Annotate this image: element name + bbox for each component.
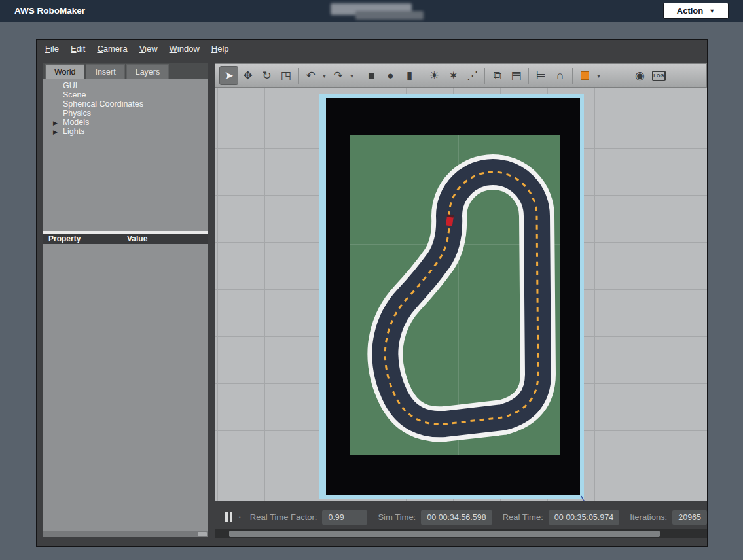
menu-view[interactable]: View bbox=[134, 41, 164, 56]
tree-item-physics[interactable]: Physics bbox=[43, 109, 208, 118]
directional-light-icon[interactable]: ⋰ bbox=[463, 66, 482, 85]
iterations-label: Iterations: bbox=[630, 512, 667, 522]
rotate-tool-icon[interactable]: ↻ bbox=[257, 66, 276, 85]
menu-bar: File Edit Camera View Window Help bbox=[39, 40, 235, 58]
world-tree: GUI Scene Spherical Coordinates Physics … bbox=[43, 81, 208, 136]
pause-bar-icon bbox=[230, 512, 232, 522]
menu-window[interactable]: Window bbox=[164, 41, 206, 56]
menu-help[interactable]: Help bbox=[206, 41, 235, 56]
pause-bar-icon bbox=[225, 512, 228, 522]
insert-cylinder-icon[interactable]: ▮ bbox=[400, 66, 419, 85]
expand-triangle-icon[interactable]: ▶ bbox=[53, 128, 58, 137]
aws-robomaker-brand: AWS RoboMaker bbox=[14, 0, 85, 22]
property-table-header: Property Value bbox=[43, 234, 208, 244]
iterations-value[interactable]: 20965 bbox=[672, 510, 707, 525]
undo-icon[interactable]: ↶ bbox=[301, 66, 320, 85]
tree-item-models[interactable]: ▶ Models bbox=[43, 118, 208, 127]
toolbar-separator bbox=[484, 68, 485, 84]
tab-world[interactable]: World bbox=[45, 64, 84, 79]
tab-insert[interactable]: Insert bbox=[86, 64, 124, 79]
gazebo-toolbar: ➤ ✥ ↻ ◳ ↶ ▾ ↷ ▾ ■ ● ▮ ☀ ✶ ⋰ ⧉ ▤ ⊨ ∩ ▾ ◉ … bbox=[215, 63, 707, 88]
real-time-label: Real Time: bbox=[503, 512, 543, 522]
panel-horizontal-scrollbar[interactable] bbox=[43, 531, 208, 537]
left-panel: World Insert Layers GUI Scene Spherical … bbox=[43, 63, 208, 537]
3d-scene bbox=[215, 88, 707, 501]
viewport-horizontal-scrollbar[interactable] bbox=[215, 529, 707, 538]
real-time-factor-label: Real Time Factor: bbox=[250, 512, 317, 522]
step-button[interactable]: ▪ bbox=[239, 514, 241, 520]
toolbar-separator bbox=[298, 68, 299, 84]
sun-light-icon[interactable]: ☀ bbox=[425, 66, 444, 85]
real-time-factor-value[interactable]: 0.99 bbox=[322, 510, 367, 525]
panel-tab-strip: World Insert Layers bbox=[43, 63, 208, 79]
point-light-icon[interactable]: ✶ bbox=[444, 66, 463, 85]
3d-viewport[interactable] bbox=[215, 88, 707, 501]
tree-item-lights[interactable]: ▶ Lights bbox=[43, 127, 208, 136]
orange-cube-icon bbox=[581, 71, 589, 80]
log-recorder-icon[interactable]: LOG bbox=[649, 66, 668, 85]
copy-icon[interactable]: ⧉ bbox=[488, 66, 507, 85]
panel-scrollbar-thumb[interactable] bbox=[198, 532, 207, 536]
property-column-header: Property bbox=[48, 234, 81, 243]
paste-icon[interactable]: ▤ bbox=[507, 66, 526, 85]
toolbar-separator bbox=[422, 68, 422, 84]
toolbar-separator bbox=[572, 68, 573, 84]
expand-triangle-icon[interactable]: ▶ bbox=[53, 118, 58, 128]
pause-button[interactable] bbox=[223, 510, 235, 525]
insert-sphere-icon[interactable]: ● bbox=[381, 66, 400, 85]
redacted-text-block-2 bbox=[355, 11, 424, 20]
translate-tool-icon[interactable]: ✥ bbox=[238, 66, 257, 85]
sim-time-value[interactable]: 00 00:34:56.598 bbox=[421, 510, 492, 525]
log-label: LOG bbox=[652, 71, 666, 81]
sim-time-label: Sim Time: bbox=[378, 512, 416, 522]
view-angle-dropdown-icon[interactable]: ▾ bbox=[594, 66, 603, 85]
toolbar-separator bbox=[528, 68, 529, 84]
gazebo-window: File Edit Camera View Window Help World … bbox=[36, 39, 708, 547]
redo-icon[interactable]: ↷ bbox=[329, 66, 348, 85]
undo-dropdown-icon[interactable]: ▾ bbox=[320, 66, 329, 85]
chevron-down-icon: ▼ bbox=[709, 8, 715, 14]
align-tool-icon[interactable]: ⊨ bbox=[532, 66, 551, 85]
action-button[interactable]: Action ▼ bbox=[663, 3, 729, 19]
screenshot-camera-icon[interactable]: ◉ bbox=[630, 66, 649, 85]
action-button-label: Action bbox=[677, 6, 703, 16]
snap-tool-icon[interactable]: ∩ bbox=[551, 66, 570, 85]
menu-file[interactable]: File bbox=[39, 41, 65, 56]
tree-item-scene[interactable]: Scene bbox=[43, 90, 208, 99]
tree-item-spherical-coordinates[interactable]: Spherical Coordinates bbox=[43, 99, 208, 109]
tab-layers[interactable]: Layers bbox=[126, 64, 170, 79]
tree-item-gui[interactable]: GUI bbox=[43, 81, 208, 90]
real-time-value[interactable]: 00 00:35:05.974 bbox=[549, 510, 619, 525]
aws-topbar: AWS RoboMaker Action ▼ bbox=[0, 0, 743, 22]
value-column-header: Value bbox=[127, 234, 147, 243]
view-angle-icon[interactable] bbox=[575, 66, 594, 85]
scrollbar-thumb[interactable] bbox=[229, 531, 660, 537]
select-tool-icon[interactable]: ➤ bbox=[219, 66, 238, 85]
redo-dropdown-icon[interactable]: ▾ bbox=[348, 66, 356, 85]
insert-box-icon[interactable]: ■ bbox=[362, 66, 381, 85]
toolbar-separator bbox=[359, 68, 359, 84]
menu-camera[interactable]: Camera bbox=[91, 41, 133, 56]
menu-edit[interactable]: Edit bbox=[65, 41, 91, 56]
scale-tool-icon[interactable]: ◳ bbox=[276, 66, 295, 85]
simulation-status-bar: ▪ Real Time Factor: 0.99 Sim Time: 00 00… bbox=[215, 506, 707, 528]
